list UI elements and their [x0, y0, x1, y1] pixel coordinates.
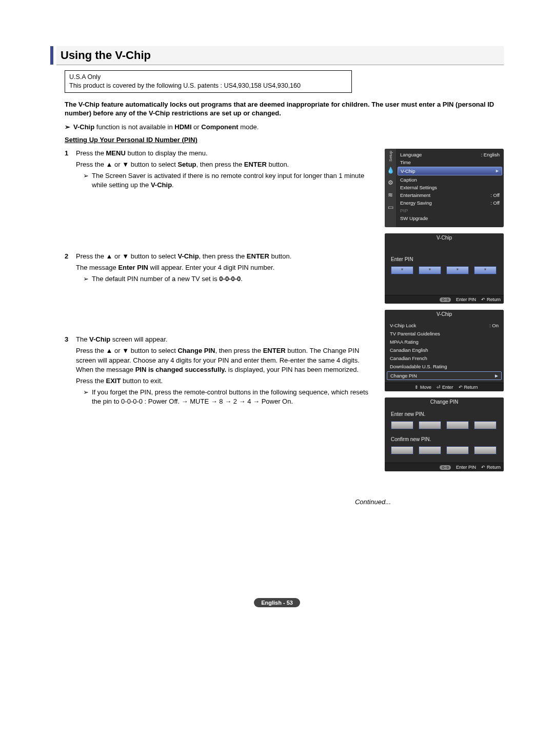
- menu-item[interactable]: External Settings: [396, 184, 504, 191]
- menu-item[interactable]: Time: [396, 158, 504, 166]
- menu-item[interactable]: Entertainment: Off: [396, 191, 504, 199]
- pin-digit[interactable]: *: [419, 266, 441, 274]
- vchip-item-label: Canadian French: [390, 355, 427, 361]
- gear-icon: ⚙: [387, 179, 394, 186]
- step-1: 1Press the MENU button to display the me…: [65, 149, 375, 190]
- input-icon: ▭: [387, 204, 394, 211]
- pin-boxes: ****: [391, 266, 498, 274]
- step-para: Press the MENU button to display the men…: [76, 149, 375, 158]
- pin-digit[interactable]: [391, 421, 413, 429]
- menu-item-label: Entertainment: [400, 192, 430, 198]
- step-body: Press the ▲ or ▼ button to select V-Chip…: [76, 252, 375, 284]
- sidebar-label: Setup: [388, 151, 393, 162]
- pin-digit[interactable]: [419, 421, 441, 429]
- osd-enter-pin: V-Chip Enter PIN **** 0~9Enter PIN ↶ Ret…: [385, 233, 504, 304]
- osd-footer: 0~9Enter PIN ↶ Return: [385, 463, 504, 471]
- patent-notice: U.S.A Only This product is covered by th…: [65, 70, 352, 93]
- step-para: The V-Chip screen will appear.: [76, 335, 375, 344]
- step-para: Press the ▲ or ▼ button to select Setup,…: [76, 160, 375, 169]
- step-subnote: The default PIN number of a new TV set i…: [83, 274, 375, 284]
- osd-footer: ⇕ Move ⏎ Enter ↶ Return: [385, 383, 504, 391]
- footer-enter-pin: Enter PIN: [456, 297, 476, 302]
- menu-item[interactable]: Language: English: [396, 151, 504, 158]
- menu-item-label: PIP: [400, 208, 408, 213]
- menu-item[interactable]: SW Upgrade: [396, 214, 504, 222]
- pin-digit[interactable]: [391, 446, 413, 454]
- continued-text: Continued...: [50, 498, 391, 506]
- footer-return: ↶ Return: [481, 465, 501, 470]
- step-number: 2: [65, 252, 76, 284]
- antenna-icon: ≋: [387, 191, 394, 198]
- page-footer: English - 53: [50, 598, 504, 607]
- title-row: Using the V-Chip: [50, 46, 504, 65]
- footer-move: ⇕ Move: [414, 385, 431, 390]
- pin-digit[interactable]: *: [474, 266, 497, 274]
- vchip-item-label: Canadian English: [390, 347, 428, 353]
- menu-item-label: Caption: [400, 177, 417, 183]
- vchip-item-value: : On: [489, 323, 499, 328]
- pin-boxes-new: [391, 421, 498, 429]
- menu-item-label: Energy Saving: [400, 200, 432, 206]
- pin-boxes-confirm: [391, 446, 498, 454]
- menu-item-label: Time: [400, 160, 411, 165]
- pill-09: 0~9: [440, 465, 451, 470]
- top-note-text: V-Chip function is not available in HDMI…: [73, 123, 259, 131]
- vchip-item[interactable]: TV Parental Guidelines: [385, 330, 504, 338]
- pin-digit[interactable]: [446, 446, 469, 454]
- page-number-badge: English - 53: [254, 598, 300, 607]
- menu-item-label: V-Chip: [401, 168, 416, 174]
- menu-item-label: SW Upgrade: [400, 215, 428, 221]
- footer-enter: ⏎ Enter: [437, 385, 453, 390]
- vchip-item-label: Downloadable U.S. Rating: [390, 364, 447, 369]
- step-number: 1: [65, 149, 76, 190]
- vchip-list: V-Chip Lock: OnTV Parental GuidelinesMPA…: [385, 319, 504, 383]
- osd-title: V-Chip: [385, 233, 504, 242]
- droplet-icon: 💧: [387, 167, 394, 174]
- vchip-item[interactable]: V-Chip Lock: On: [385, 322, 504, 330]
- step-para: The message Enter PIN will appear. Enter…: [76, 263, 375, 272]
- footer-enter-pin: Enter PIN: [456, 465, 476, 470]
- osd-setup-menu: Setup 💧 ⚙ ≋ ▭ Language: EnglishTimeV-Chi…: [385, 149, 504, 227]
- menu-item[interactable]: V-Chip: [398, 167, 502, 175]
- pill-09: 0~9: [440, 297, 451, 302]
- step-para: Press the EXIT button to exit.: [76, 376, 375, 386]
- step-subnote-text: The default PIN number of a new TV set i…: [92, 274, 243, 284]
- osd-vchip-menu: V-Chip V-Chip Lock: OnTV Parental Guidel…: [385, 310, 504, 391]
- page-title: Using the V-Chip: [56, 46, 504, 65]
- pin-digit[interactable]: [474, 446, 497, 454]
- steps-column: 1Press the MENU button to display the me…: [65, 149, 375, 478]
- lead-paragraph: The V-Chip feature automatically locks o…: [65, 100, 504, 118]
- vchip-item[interactable]: Canadian English: [385, 346, 504, 354]
- osd-column: Setup 💧 ⚙ ≋ ▭ Language: EnglishTimeV-Chi…: [385, 149, 504, 478]
- pin-digit[interactable]: [474, 421, 497, 429]
- top-note: V-Chip function is not available in HDMI…: [65, 123, 504, 131]
- subheading: Setting Up Your Personal ID Number (PIN): [65, 136, 504, 144]
- menu-item[interactable]: Caption: [396, 176, 504, 184]
- osd-sidebar: Setup 💧 ⚙ ≋ ▭: [385, 149, 396, 227]
- step-subnote-text: The Screen Saver is activated if there i…: [92, 171, 375, 190]
- menu-item[interactable]: Energy Saving: Off: [396, 199, 504, 207]
- vchip-item[interactable]: Downloadable U.S. Rating: [385, 363, 504, 371]
- vchip-item[interactable]: Change PIN: [387, 371, 502, 380]
- osd-change-pin: Change PIN Enter new PIN. Confirm new PI…: [385, 397, 504, 471]
- vchip-item[interactable]: MPAA Rating: [385, 338, 504, 346]
- vchip-item-label: TV Parental Guidelines: [390, 331, 440, 336]
- pin-digit[interactable]: [419, 446, 441, 454]
- step-2: 2Press the ▲ or ▼ button to select V-Chi…: [65, 252, 375, 284]
- pin-digit[interactable]: *: [446, 266, 469, 274]
- pin-digit[interactable]: *: [391, 266, 413, 274]
- footer-return: ↶ Return: [459, 385, 478, 390]
- step-subnote-text: If you forget the PIN, press the remote-…: [92, 388, 375, 406]
- osd-title: V-Chip: [385, 310, 504, 319]
- notice-line1: U.S.A Only: [69, 73, 347, 82]
- vchip-item[interactable]: Canadian French: [385, 354, 504, 363]
- osd-title: Change PIN: [385, 397, 504, 406]
- vchip-item-label: Change PIN: [390, 373, 417, 379]
- step-para: Press the ▲ or ▼ button to select V-Chip…: [76, 252, 375, 261]
- menu-item[interactable]: PIP: [396, 207, 504, 214]
- pin-digit[interactable]: [446, 421, 469, 429]
- vchip-item-label: V-Chip Lock: [390, 323, 416, 328]
- step-para: Press the ▲ or ▼ button to select Change…: [76, 346, 375, 374]
- vchip-item-label: MPAA Rating: [390, 339, 419, 345]
- confirm-new-pin-label: Confirm new PIN.: [391, 436, 498, 442]
